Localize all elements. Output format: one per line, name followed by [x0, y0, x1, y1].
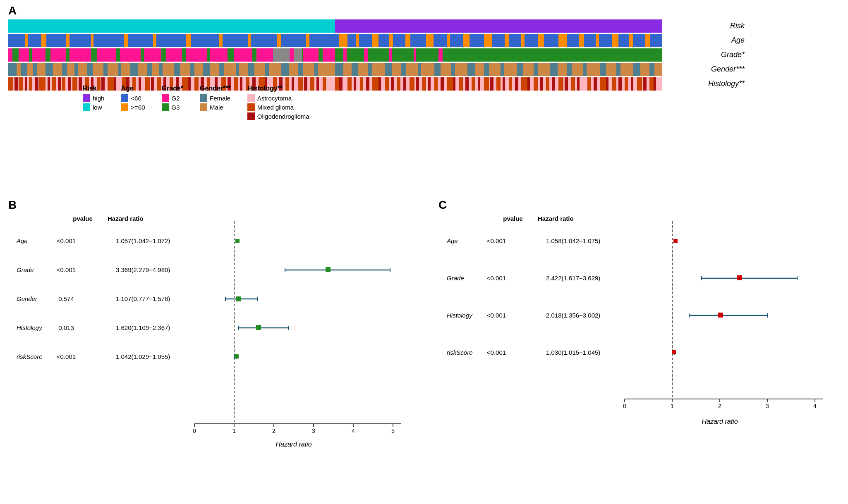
- svg-rect-123: [310, 77, 314, 91]
- svg-rect-88: [517, 63, 523, 76]
- legend-age-title: Age: [121, 85, 145, 92]
- histology-label: Histology**: [708, 79, 745, 88]
- age-gte60-box: [121, 103, 128, 111]
- svg-rect-82: [418, 63, 421, 76]
- legend-gender: Gender*** Female Male: [200, 85, 231, 122]
- svg-rect-187: [465, 77, 469, 91]
- legend-histology-oligo: Oligodendroglioma: [247, 112, 309, 120]
- svg-rect-199: [618, 77, 622, 91]
- b-xtick-1: 1: [232, 428, 236, 434]
- heatmap-row-gender: Gender***: [8, 63, 678, 76]
- svg-rect-155: [385, 77, 389, 91]
- grade-g2-label: G2: [172, 95, 180, 102]
- panel-a-label: A: [8, 4, 703, 17]
- c-axis-label: Hazard ratio: [702, 418, 738, 425]
- c-xtick-3: 3: [766, 403, 769, 409]
- svg-rect-170: [571, 77, 575, 91]
- svg-rect-124: [323, 77, 326, 91]
- svg-rect-74: [281, 63, 289, 76]
- svg-rect-27: [612, 34, 618, 47]
- svg-rect-9: [248, 34, 251, 47]
- svg-rect-87: [501, 63, 504, 76]
- risk-low-box: [83, 103, 90, 111]
- svg-rect-57: [33, 63, 37, 76]
- legend-grade-g3: G3: [162, 103, 183, 111]
- b-xtick-3: 3: [312, 428, 315, 434]
- svg-rect-53: [294, 48, 302, 62]
- svg-rect-179: [366, 77, 369, 91]
- b-xtick-0: 0: [193, 428, 196, 434]
- legend-gender-female: Female: [200, 94, 231, 102]
- heatmap-row-risk: Risk: [8, 19, 678, 33]
- b-xtick-4: 4: [352, 428, 355, 434]
- svg-rect-38: [161, 48, 166, 62]
- svg-rect-126: [25, 77, 27, 91]
- svg-rect-127: [35, 77, 38, 91]
- svg-rect-33: [46, 48, 50, 62]
- svg-rect-195: [565, 77, 568, 91]
- histology-mixed-box: [247, 103, 255, 111]
- grade-g3-label: G3: [172, 104, 180, 111]
- svg-rect-171: [587, 77, 591, 91]
- c-row1-label: Age: [446, 237, 458, 244]
- legend-gender-title: Gender***: [200, 85, 231, 92]
- svg-rect-172: [600, 77, 606, 91]
- svg-rect-186: [453, 77, 455, 91]
- c-row4-pvalue: <0.001: [487, 349, 506, 356]
- risk-low-label: low: [93, 104, 102, 111]
- grade-label: Grade*: [721, 50, 745, 59]
- b-row3-point: [236, 296, 241, 301]
- svg-rect-46: [335, 48, 662, 62]
- svg-rect-3: [66, 34, 69, 47]
- svg-rect-85: [467, 63, 475, 76]
- legend-age-gte60: >=60: [121, 103, 145, 111]
- svg-rect-197: [594, 77, 597, 91]
- svg-rect-15: [389, 34, 393, 47]
- heatmap-container: Risk: [8, 19, 678, 91]
- svg-rect-66: [159, 63, 163, 76]
- age-label: Age: [731, 36, 745, 45]
- c-row2-hr: 2.422(1.617−3.629): [546, 275, 600, 282]
- svg-rect-125: [14, 77, 18, 91]
- b-row4-hr: 1.620(1.109−2.367): [116, 324, 170, 331]
- svg-rect-47: [343, 48, 347, 62]
- svg-rect-81: [401, 63, 406, 76]
- svg-rect-24: [558, 34, 567, 47]
- svg-rect-39: [182, 48, 186, 62]
- legend-age-lt60: <60: [121, 94, 145, 102]
- c-row2-pvalue: <0.001: [487, 275, 506, 282]
- svg-rect-180: [378, 77, 381, 91]
- grade-svg: [8, 48, 662, 62]
- svg-rect-58: [46, 63, 53, 76]
- grade-g2-box: [162, 94, 169, 102]
- svg-rect-130: [68, 77, 71, 91]
- forest-plot-b-svg: Age <0.001 1.057(1.042−1.072) Grade <0.0…: [12, 221, 410, 482]
- svg-rect-23: [538, 34, 544, 47]
- svg-rect-102: [52, 77, 56, 91]
- b-row4-pvalue: 0.013: [58, 324, 74, 331]
- svg-rect-169: [558, 77, 563, 91]
- svg-rect-198: [606, 77, 608, 91]
- b-row5-point: [235, 354, 239, 358]
- age-svg: [8, 34, 662, 47]
- svg-rect-34: [66, 48, 69, 62]
- svg-rect-164: [496, 77, 501, 91]
- svg-rect-21: [505, 34, 509, 47]
- grade-bars: [8, 48, 662, 62]
- svg-rect-189: [490, 77, 493, 91]
- b-row1-hr: 1.057(1.042−1.072): [116, 237, 170, 244]
- c-row1-pvalue: <0.001: [487, 237, 506, 244]
- svg-rect-17: [426, 34, 434, 47]
- svg-rect-129: [58, 77, 61, 91]
- svg-rect-77: [335, 63, 343, 76]
- svg-rect-37: [141, 48, 144, 62]
- heatmap-row-age: Age: [8, 34, 678, 47]
- gender-female-label: Female: [210, 95, 230, 102]
- svg-rect-188: [478, 77, 480, 91]
- panel-b: B pvalue Hazard ratio Age <0.001 1.057(1…: [8, 198, 414, 496]
- svg-rect-1: [25, 34, 28, 47]
- c-row3-pvalue: <0.001: [487, 312, 506, 319]
- svg-rect-90: [550, 63, 558, 76]
- svg-rect-11: [306, 34, 309, 47]
- gender-male-box: [200, 103, 207, 111]
